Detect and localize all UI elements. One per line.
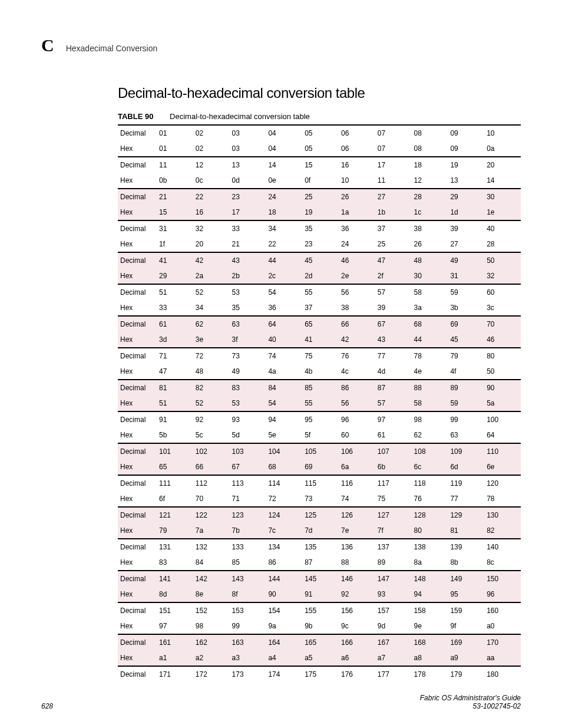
appendix-letter: C bbox=[41, 35, 54, 55]
row-label-decimal: Decimal bbox=[118, 443, 157, 459]
cell-decimal: 32 bbox=[193, 220, 230, 236]
table-row: Hex292a2b2c2d2e2f303132 bbox=[118, 268, 521, 284]
cell-decimal: 106 bbox=[339, 443, 375, 459]
cell-hex: 24 bbox=[339, 236, 375, 252]
cell-decimal: 111 bbox=[157, 475, 193, 491]
cell-hex: 1c bbox=[412, 205, 448, 220]
cell-decimal: 132 bbox=[193, 539, 230, 555]
cell-hex: 78 bbox=[484, 491, 521, 507]
cell-decimal: 06 bbox=[339, 125, 375, 141]
cell-hex: 12 bbox=[412, 173, 448, 189]
cell-decimal: 27 bbox=[375, 189, 412, 205]
page: C Hexadecimal Conversion Decimal-to-hexa… bbox=[0, 0, 562, 728]
row-label-hex: Hex bbox=[118, 587, 157, 602]
cell-hex: 74 bbox=[339, 491, 375, 507]
cell-hex: 0b bbox=[157, 173, 193, 189]
cell-decimal: 150 bbox=[484, 571, 521, 587]
cell-hex: 44 bbox=[412, 332, 448, 348]
cell-hex: 4b bbox=[302, 364, 339, 380]
row-label-decimal: Decimal bbox=[118, 602, 157, 618]
cell-hex: 8a bbox=[412, 555, 448, 571]
cell-decimal: 09 bbox=[448, 125, 484, 141]
table-row: Hex838485868788898a8b8c bbox=[118, 555, 521, 571]
cell-hex: 11 bbox=[375, 173, 412, 189]
cell-decimal: 116 bbox=[339, 475, 375, 491]
cell-decimal: 57 bbox=[375, 284, 412, 300]
cell-hex: 8f bbox=[230, 587, 266, 602]
cell-decimal: 124 bbox=[266, 507, 302, 523]
cell-hex: 41 bbox=[302, 332, 339, 348]
row-label-hex: Hex bbox=[118, 268, 157, 284]
cell-decimal: 179 bbox=[448, 666, 484, 682]
cell-hex: 38 bbox=[339, 300, 375, 316]
cell-decimal: 117 bbox=[375, 475, 412, 491]
cell-decimal: 92 bbox=[193, 411, 230, 427]
table-row: Decimal61626364656667686970 bbox=[118, 316, 521, 332]
cell-decimal: 24 bbox=[266, 189, 302, 205]
footer-guide-title: Fabric OS Administrator's Guide bbox=[420, 694, 521, 702]
cell-decimal: 34 bbox=[266, 220, 302, 236]
cell-decimal: 49 bbox=[448, 252, 484, 268]
cell-decimal: 101 bbox=[157, 443, 193, 459]
cell-hex: 63 bbox=[448, 427, 484, 443]
cell-decimal: 81 bbox=[157, 380, 193, 396]
cell-decimal: 125 bbox=[302, 507, 339, 523]
row-label-decimal: Decimal bbox=[118, 411, 157, 427]
cell-hex: 52 bbox=[193, 396, 230, 411]
cell-decimal: 153 bbox=[230, 602, 266, 618]
cell-decimal: 28 bbox=[412, 189, 448, 205]
cell-hex: 0e bbox=[266, 173, 302, 189]
cell-hex: 93 bbox=[375, 587, 412, 602]
cell-decimal: 61 bbox=[157, 316, 193, 332]
cell-decimal: 93 bbox=[230, 411, 266, 427]
cell-hex: 7b bbox=[230, 523, 266, 539]
cell-hex: 5a bbox=[484, 396, 521, 411]
cell-decimal: 16 bbox=[339, 157, 375, 173]
table-row: Decimal111112113114115116117118119120 bbox=[118, 475, 521, 491]
cell-hex: 5d bbox=[230, 427, 266, 443]
cell-decimal: 55 bbox=[302, 284, 339, 300]
cell-hex: 5e bbox=[266, 427, 302, 443]
cell-hex: 1e bbox=[484, 205, 521, 220]
cell-hex: 6e bbox=[484, 459, 521, 475]
cell-hex: 8d bbox=[157, 587, 193, 602]
cell-decimal: 103 bbox=[230, 443, 266, 459]
cell-decimal: 10 bbox=[484, 125, 521, 141]
cell-hex: 6a bbox=[339, 459, 375, 475]
cell-hex: 42 bbox=[339, 332, 375, 348]
table-row: Decimal11121314151617181920 bbox=[118, 157, 521, 173]
section-title: Decimal-to-hexadecimal conversion table bbox=[118, 85, 521, 101]
cell-decimal: 172 bbox=[193, 666, 230, 682]
row-label-hex: Hex bbox=[118, 236, 157, 252]
cell-decimal: 94 bbox=[266, 411, 302, 427]
cell-decimal: 173 bbox=[230, 666, 266, 682]
cell-decimal: 112 bbox=[193, 475, 230, 491]
cell-decimal: 18 bbox=[412, 157, 448, 173]
cell-hex: 2d bbox=[302, 268, 339, 284]
row-label-decimal: Decimal bbox=[118, 284, 157, 300]
cell-decimal: 66 bbox=[339, 316, 375, 332]
cell-decimal: 100 bbox=[484, 411, 521, 427]
cell-hex: a6 bbox=[339, 650, 375, 666]
cell-decimal: 39 bbox=[448, 220, 484, 236]
cell-decimal: 161 bbox=[157, 634, 193, 650]
cell-decimal: 11 bbox=[157, 157, 193, 173]
cell-decimal: 110 bbox=[484, 443, 521, 459]
cell-hex: 90 bbox=[266, 587, 302, 602]
cell-hex: 3f bbox=[230, 332, 266, 348]
appendix-title: Hexadecimal Conversion bbox=[66, 44, 158, 53]
cell-hex: 56 bbox=[339, 396, 375, 411]
cell-decimal: 108 bbox=[412, 443, 448, 459]
cell-hex: 02 bbox=[193, 141, 230, 157]
cell-decimal: 01 bbox=[157, 125, 193, 141]
cell-hex: 9b bbox=[302, 618, 339, 634]
cell-decimal: 21 bbox=[157, 189, 193, 205]
cell-hex: 92 bbox=[339, 587, 375, 602]
cell-decimal: 91 bbox=[157, 411, 193, 427]
cell-decimal: 102 bbox=[193, 443, 230, 459]
cell-decimal: 82 bbox=[193, 380, 230, 396]
cell-decimal: 145 bbox=[302, 571, 339, 587]
cell-hex: 21 bbox=[230, 236, 266, 252]
cell-hex: a4 bbox=[266, 650, 302, 666]
table-row: Decimal51525354555657585960 bbox=[118, 284, 521, 300]
